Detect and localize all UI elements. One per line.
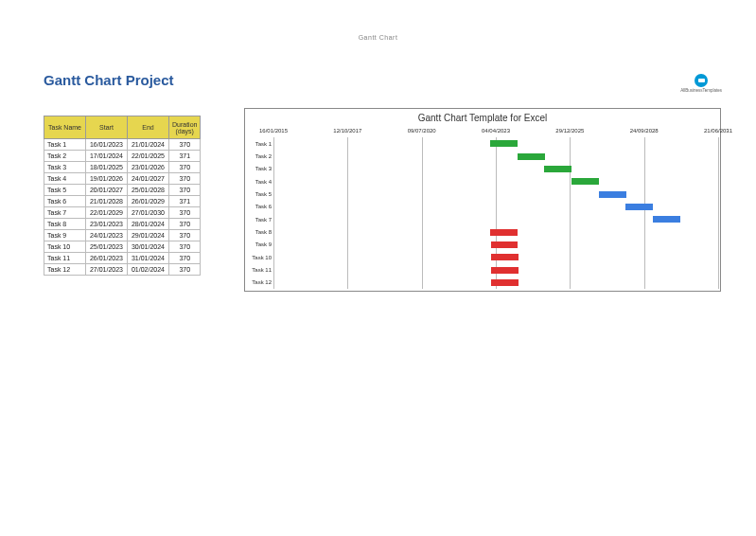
gantt-bar xyxy=(491,254,519,260)
y-tick-label: Task 4 xyxy=(247,176,272,188)
cell: Task 6 xyxy=(44,196,86,207)
cell: 370 xyxy=(169,253,201,264)
x-tick-label: 04/04/2023 xyxy=(482,128,510,134)
cell: Task 1 xyxy=(44,139,86,151)
cell: Task 5 xyxy=(44,185,86,196)
gantt-bar xyxy=(599,191,626,198)
gridline xyxy=(273,137,274,289)
table-row: Task 722/01/202927/01/2030370 xyxy=(44,207,201,219)
gridline xyxy=(644,137,645,289)
y-tick-label: Task 7 xyxy=(247,214,272,225)
y-tick-label: Task 3 xyxy=(247,163,272,174)
x-tick-label: 29/12/2025 xyxy=(555,128,584,134)
table-row: Task 1126/01/202331/01/2024370 xyxy=(44,253,201,264)
col-header: End xyxy=(128,116,169,139)
cell: 01/02/2024 xyxy=(128,264,169,276)
cell: 19/01/2026 xyxy=(86,173,128,185)
gantt-bar xyxy=(571,178,599,185)
cell: Task 8 xyxy=(44,219,86,230)
cell: 20/01/2027 xyxy=(86,185,128,196)
cell: 27/01/2030 xyxy=(128,207,169,219)
table-row: Task 823/01/202328/01/2024370 xyxy=(44,219,201,230)
gridline xyxy=(347,137,348,289)
logo-icon xyxy=(694,74,708,87)
cell: Task 4 xyxy=(44,173,86,185)
y-tick-label: Task 12 xyxy=(247,277,272,288)
table-row: Task 1227/01/202301/02/2024370 xyxy=(44,264,201,276)
cell: 31/01/2024 xyxy=(128,253,169,264)
gantt-bar xyxy=(625,204,653,210)
y-tick-label: Task 8 xyxy=(247,226,272,238)
cell: 30/01/2024 xyxy=(128,241,169,253)
cell: Task 12 xyxy=(44,264,86,276)
gantt-bar xyxy=(491,241,519,248)
gridline xyxy=(570,137,571,289)
cell: 371 xyxy=(169,196,201,207)
x-tick-label: 24/09/2028 xyxy=(630,128,659,134)
table-row: Task 924/01/202329/01/2024370 xyxy=(44,230,201,241)
y-tick-label: Task 6 xyxy=(247,201,272,212)
gantt-bar xyxy=(544,166,571,172)
cell: 370 xyxy=(169,207,201,219)
cell: 27/01/2023 xyxy=(86,264,128,276)
x-tick-label: 09/07/2020 xyxy=(408,128,436,134)
cell: Task 3 xyxy=(44,162,86,173)
table-row: Task 520/01/202725/01/2028370 xyxy=(44,185,201,196)
gantt-bar xyxy=(491,267,519,274)
col-header: Task Name xyxy=(44,116,86,139)
gridline xyxy=(422,137,423,289)
header-label: Gantt Chart xyxy=(0,34,756,41)
logo-text: AllBusinessTemplates xyxy=(680,88,722,93)
table-row: Task 116/01/202321/01/2024370 xyxy=(44,139,201,151)
gantt-bar xyxy=(491,279,519,286)
cell: 23/01/2026 xyxy=(128,162,169,173)
cell: 24/01/2027 xyxy=(128,173,169,185)
table-row: Task 217/01/202422/01/2025371 xyxy=(44,151,201,162)
gantt-chart: Gantt Chart Template for Excel 16/01/201… xyxy=(244,108,721,292)
cell: 25/01/2028 xyxy=(128,185,169,196)
cell: 370 xyxy=(169,185,201,196)
cell: 28/01/2024 xyxy=(128,219,169,230)
cell: 370 xyxy=(169,241,201,253)
y-tick-label: Task 1 xyxy=(247,138,272,150)
cell: 370 xyxy=(169,264,201,276)
cell: 21/01/2024 xyxy=(128,139,169,151)
x-tick-label: 21/06/2031 xyxy=(704,128,732,134)
gantt-bar xyxy=(490,140,518,147)
gridline xyxy=(718,137,719,289)
col-header: Duration (days) xyxy=(169,116,201,139)
cell: 22/01/2025 xyxy=(128,151,169,162)
cell: Task 2 xyxy=(44,151,86,162)
cell: 22/01/2029 xyxy=(86,207,128,219)
cell: 16/01/2023 xyxy=(86,139,128,151)
y-tick-label: Task 9 xyxy=(247,239,272,250)
cell: Task 11 xyxy=(44,253,86,264)
cell: 370 xyxy=(169,139,201,151)
task-table: Task NameStartEndDuration (days) Task 11… xyxy=(44,116,201,276)
table-row: Task 419/01/202624/01/2027370 xyxy=(44,173,201,185)
gantt-bar xyxy=(490,229,518,236)
cell: 370 xyxy=(169,162,201,173)
cell: 370 xyxy=(169,230,201,241)
y-tick-label: Task 11 xyxy=(247,264,272,276)
cell: 29/01/2024 xyxy=(128,230,169,241)
col-header: Start xyxy=(86,116,128,139)
cell: 26/01/2023 xyxy=(86,253,128,264)
cell: 25/01/2023 xyxy=(86,241,128,253)
table-row: Task 318/01/202523/01/2026370 xyxy=(44,162,201,173)
table-row: Task 621/01/202826/01/2029371 xyxy=(44,196,201,207)
gantt-bar xyxy=(653,216,680,223)
y-tick-label: Task 2 xyxy=(247,151,272,162)
cell: 370 xyxy=(169,173,201,185)
x-tick-label: 16/01/2015 xyxy=(259,128,288,134)
y-tick-label: Task 5 xyxy=(247,188,272,200)
chart-title: Gantt Chart Template for Excel xyxy=(245,109,720,126)
cell: 17/01/2024 xyxy=(86,151,128,162)
brand-logo: AllBusinessTemplates xyxy=(680,74,722,93)
gantt-bar xyxy=(518,153,545,160)
cell: 24/01/2023 xyxy=(86,230,128,241)
cell: 26/01/2029 xyxy=(128,196,169,207)
cell: 21/01/2028 xyxy=(86,196,128,207)
x-tick-label: 12/10/2017 xyxy=(333,128,361,134)
page-title: Gantt Chart Project xyxy=(44,72,174,88)
